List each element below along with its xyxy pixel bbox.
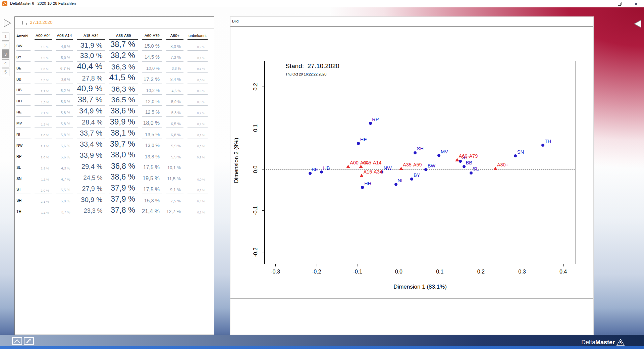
value-cell: 29,4 % — [77, 161, 105, 172]
value-cell: 5,8 % — [56, 194, 73, 205]
footer-window-button[interactable] — [12, 337, 22, 345]
page-button-2[interactable]: 2 — [2, 42, 9, 50]
value-cell: 30,9 % — [77, 194, 105, 205]
value-cell: 38,1 % — [109, 128, 138, 139]
value-cell: 5,9 % — [166, 150, 183, 161]
x-tick-label: -0.3 — [265, 269, 285, 275]
row-label: NW — [16, 139, 31, 150]
value-cell: 38,7 % — [77, 95, 105, 106]
point-label-A15-A34: A15-A34 — [363, 169, 382, 174]
table-row-NI: NI2,0 %5,8 %33,7 %38,1 %13,5 %6,8 %0,1 % — [16, 128, 208, 139]
value-cell: 17,2 % — [142, 73, 162, 84]
value-cell: 10,1 % — [166, 161, 183, 172]
point-label-A80+: A80+ — [497, 162, 508, 167]
close-button[interactable]: × — [628, 0, 644, 7]
table-row-TH: TH1,1 %3,7 %23,3 %37,8 %21,4 %12,7 %0,1 … — [16, 205, 208, 216]
restore-button[interactable] — [612, 0, 627, 7]
collapse-left-panel-button[interactable] — [3, 18, 12, 29]
point-label-SL: SL — [473, 166, 479, 171]
scatter-point-SH — [414, 151, 417, 154]
value-cell: 0,2 % — [187, 117, 208, 128]
value-cell: 12,7 % — [166, 205, 183, 216]
y-tick-mark — [262, 169, 264, 169]
bottom-strip — [0, 346, 644, 349]
chart-subtitle: Thu Oct 29 16:22:22 2020 — [285, 72, 326, 76]
value-cell: 34,9 % — [77, 106, 105, 117]
value-cell: 0,0 % — [187, 73, 208, 84]
application-window: DeltaMaster 6 - 2020-10-28 Fallzahlen × … — [0, 0, 644, 349]
x-tick-mark — [358, 264, 358, 266]
correspondence-analysis-chart: -0.3-0.2-0.10.00.10.20.30.40.20.10.0-0.1… — [230, 17, 593, 335]
pencil-icon — [24, 338, 33, 344]
value-cell: 0,2 % — [187, 40, 208, 51]
point-label-HB: HB — [323, 165, 330, 171]
y-tick-label: -0.2 — [253, 244, 258, 260]
value-cell: 1,1 % — [35, 172, 52, 183]
value-cell: 1,9 % — [35, 161, 52, 172]
value-cell: 13,5 % — [142, 128, 162, 139]
chart-title: Stand: 27.10.2020 — [285, 62, 339, 70]
y-tick-label: 0.0 — [253, 161, 258, 178]
value-cell: 37,8 % — [109, 205, 138, 216]
column-header-A60-A79: A60-A79 — [142, 32, 162, 40]
table-row-HE: HE2,1 %5,8 %34,9 %38,6 %12,5 %5,3 %0,7 % — [16, 106, 208, 117]
scatter-point-BE — [309, 172, 312, 175]
point-label-HE: HE — [360, 137, 367, 142]
row-label: RP — [16, 150, 31, 161]
report-header[interactable]: 27.10.2020 — [15, 17, 214, 28]
value-cell: 5,6 % — [56, 139, 73, 150]
value-cell: 38,2 % — [109, 51, 138, 62]
value-cell: 2,1 % — [35, 194, 52, 205]
value-cell: 0,0 % — [187, 172, 208, 183]
value-cell: 0,1 % — [187, 128, 208, 139]
footer-edit-button[interactable] — [24, 337, 34, 345]
value-cell: 38,7 % — [109, 40, 138, 51]
svg-text:6: 6 — [620, 341, 622, 345]
minimize-button[interactable] — [597, 0, 612, 7]
value-cell: 4,8 % — [56, 40, 73, 51]
page-button-5[interactable]: 5 — [2, 68, 9, 76]
value-cell: 5,3 % — [56, 95, 73, 106]
page-button-4[interactable]: 4 — [2, 59, 9, 67]
value-cell: 0,9 % — [187, 150, 208, 161]
y-tick-label: 0.2 — [253, 78, 258, 95]
y-axis-label: Dimension 2 (9%) — [233, 123, 240, 197]
divider — [15, 28, 214, 29]
value-cell: 36,3 % — [109, 84, 138, 95]
value-cell — [187, 161, 208, 172]
collapse-right-panel-button[interactable] — [633, 19, 642, 30]
row-label: ST — [16, 183, 31, 194]
scatter-point-RP — [369, 122, 372, 125]
value-cell: 15,0 % — [142, 40, 162, 51]
point-label-BW: BW — [428, 163, 435, 168]
table-row-ST: ST2,0 %5,5 %27,9 %37,9 %17,5 %9,1 %0,1 % — [16, 183, 208, 194]
page-button-1[interactable]: 1 — [2, 33, 9, 41]
point-label-RP: RP — [372, 117, 379, 122]
value-cell: 0,3 % — [187, 95, 208, 106]
value-cell: 21,4 % — [142, 205, 162, 216]
value-cell: 1,5 % — [35, 40, 52, 51]
value-cell: 39,9 % — [109, 117, 138, 128]
point-label-A60-A79: A60-A79 — [459, 153, 478, 159]
value-cell: 5,9 % — [166, 95, 183, 106]
point-label-BB: BB — [466, 160, 472, 165]
point-label-SH: SH — [417, 146, 424, 151]
x-tick-mark — [563, 264, 564, 266]
value-cell: 2,3 % — [35, 62, 52, 73]
point-label-HH: HH — [364, 181, 371, 186]
value-cell: 41,5 % — [109, 73, 138, 84]
measure-header: Anzahl — [16, 32, 31, 40]
value-cell: 3,7 % — [56, 205, 73, 216]
report-date: 27.10.2020 — [30, 20, 53, 25]
x-axis-label: Dimension 1 (83.1%) — [264, 284, 576, 290]
value-cell: 0,3 % — [187, 139, 208, 150]
value-cell: 33,7 % — [77, 128, 105, 139]
page-button-3[interactable]: 3 — [2, 50, 9, 58]
x-tick-label: 0.2 — [471, 269, 491, 275]
value-cell: 40,9 % — [77, 84, 105, 95]
point-label-MV: MV — [441, 149, 448, 154]
value-cell: 37,9 % — [109, 183, 138, 194]
value-cell: 0,1 % — [187, 51, 208, 62]
value-cell: 2,2 % — [35, 84, 52, 95]
data-table: AnzahlA00-A04A05-A14A15-A34A35-A59A60-A7… — [12, 32, 212, 216]
